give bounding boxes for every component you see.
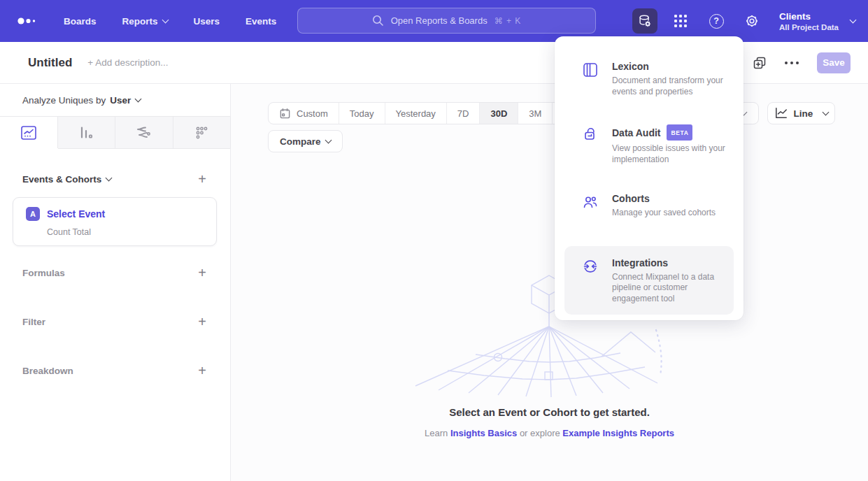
nav-item-label: Events (246, 16, 276, 27)
breakdown-section: Breakdown + (0, 361, 230, 380)
example-reports-link[interactable]: Example Insights Reports (562, 428, 674, 438)
menu-item-integrations[interactable]: Integrations Connect Mixpanel to a data … (564, 246, 734, 315)
analyze-value-dropdown[interactable]: User (110, 95, 141, 106)
analyze-value: User (110, 95, 131, 106)
nav-item-label: Users (194, 16, 220, 27)
middle-text: or explore (520, 428, 560, 438)
more-options-button[interactable] (783, 57, 800, 69)
menu-item-description: Document and transform your events and p… (612, 76, 730, 97)
menu-item-description: View possible issues with your implement… (612, 143, 730, 165)
date-range-custom[interactable]: Custom (269, 103, 339, 124)
learn-prefix-text: Learn (425, 428, 448, 438)
settings-button[interactable] (739, 8, 764, 34)
help-button[interactable]: ? (704, 8, 729, 34)
menu-item-text: Data AuditBETA View possible issues with… (612, 124, 730, 165)
flow-tab-icon (135, 124, 153, 141)
mixpanel-logo[interactable] (17, 17, 37, 25)
tab-insights-line[interactable] (0, 117, 58, 148)
menu-item-text: Lexicon Document and transform your even… (612, 60, 730, 97)
mixpanel-dots-icon (17, 17, 37, 25)
lexicon-book-icon (582, 62, 599, 78)
event-measure-dropdown[interactable]: Count Total (47, 227, 216, 237)
chart-type-dropdown[interactable]: Line (767, 102, 835, 124)
menu-item-description: Manage your saved cohorts (612, 208, 716, 219)
breakdown-header: Breakdown (22, 366, 73, 376)
menu-item-title: Lexicon (612, 60, 730, 73)
add-formula-button[interactable]: + (198, 266, 206, 279)
date-range-3m[interactable]: 3M (518, 103, 552, 124)
database-gear-icon (637, 13, 653, 29)
filter-section: Filter + (0, 313, 230, 331)
nav-item-label: Boards (64, 16, 97, 27)
menu-item-cohorts[interactable]: Cohorts Manage your saved cohorts (555, 192, 744, 219)
chart-type-label: Line (794, 108, 813, 119)
select-event-button[interactable]: Select Event (47, 208, 105, 220)
calendar-icon (279, 108, 291, 120)
grid-icon (674, 14, 688, 28)
add-filter-button[interactable]: + (198, 315, 206, 328)
menu-item-lexicon[interactable]: Lexicon Document and transform your even… (555, 60, 744, 97)
duplicate-report-button[interactable] (753, 56, 767, 70)
data-management-button[interactable] (632, 8, 657, 34)
nav-item-events[interactable]: Events (246, 10, 276, 32)
query-builder-sidebar: Analyze Uniques by User (0, 84, 231, 481)
report-actions: Save (753, 52, 851, 73)
insights-basics-link[interactable]: Insights Basics (450, 428, 517, 438)
date-range-7d[interactable]: 7D (446, 103, 480, 124)
nav-item-users[interactable]: Users (194, 10, 220, 32)
nav-item-label: Reports (122, 16, 158, 27)
duplicate-icon (753, 56, 767, 70)
nav-menu: Boards Reports Users Events (64, 10, 302, 32)
help-glyph: ? (713, 16, 719, 26)
date-range-today[interactable]: Today (339, 103, 385, 124)
formulas-section: Formulas + (0, 264, 230, 282)
menu-item-text: Cohorts Manage your saved cohorts (612, 192, 716, 219)
tab-metrics-grid[interactable] (173, 117, 232, 148)
date-range-label: Custom (297, 108, 328, 119)
cohorts-people-icon (582, 194, 599, 210)
events-cohorts-section: Events & Cohorts + (0, 170, 230, 188)
add-event-button[interactable]: + (198, 173, 206, 185)
formulas-header: Formulas (22, 268, 65, 278)
date-range-yesterday[interactable]: Yesterday (385, 103, 446, 124)
tab-flow-chart[interactable] (115, 117, 173, 148)
chart-type-tabs (0, 116, 230, 149)
empty-state-title: Select an Event or Cohort to get started… (231, 406, 868, 418)
nav-item-reports[interactable]: Reports (122, 10, 168, 32)
empty-state-subtitle: Learn Insights Basics or explore Example… (231, 428, 868, 438)
chevron-down-icon (135, 95, 142, 102)
project-label: All Project Data (779, 22, 839, 32)
menu-item-data-audit[interactable]: Data AuditBETA View possible issues with… (555, 124, 744, 165)
data-management-dropdown: Lexicon Document and transform your even… (555, 36, 744, 320)
report-title[interactable]: Untitled (28, 56, 72, 70)
filter-header: Filter (22, 317, 45, 327)
search-input[interactable]: Open Reports & Boards ⌘ + K (297, 8, 596, 34)
analyze-label: Analyze Uniques by (22, 95, 106, 106)
add-breakdown-button[interactable]: + (198, 364, 206, 377)
date-range-30d-selected[interactable]: 30D (479, 103, 518, 124)
menu-item-description: Connect Mixpanel to a data pipeline or c… (612, 272, 723, 305)
line-chart-tab-icon (20, 125, 37, 141)
nav-item-boards[interactable]: Boards (64, 10, 97, 32)
chevron-down-icon (162, 16, 169, 23)
events-cohorts-header[interactable]: Events & Cohorts (22, 174, 111, 185)
chevron-down-icon[interactable] (850, 17, 857, 24)
event-card[interactable]: A Select Event Count Total (13, 197, 217, 246)
dots-grid-tab-icon (193, 124, 210, 141)
chevron-down-icon (106, 174, 113, 181)
compare-label: Compare (280, 136, 321, 147)
apps-grid-button[interactable] (668, 8, 693, 34)
data-audit-lock-icon (582, 126, 599, 143)
event-letter-badge: A (26, 207, 40, 221)
analyze-uniques-row: Analyze Uniques by User (0, 84, 230, 116)
chevron-down-icon (823, 109, 830, 116)
save-button[interactable]: Save (817, 52, 851, 73)
compare-button[interactable]: Compare (268, 130, 343, 152)
search-placeholder: Open Reports & Boards (391, 15, 488, 26)
add-description-field[interactable]: + Add description... (87, 57, 168, 68)
tab-bar-chart[interactable] (58, 117, 116, 148)
chevron-down-icon (325, 137, 332, 144)
menu-item-text: Integrations Connect Mixpanel to a data … (612, 257, 723, 305)
line-chart-icon (774, 107, 788, 120)
project-selector[interactable]: Clients All Project Data (779, 10, 839, 32)
